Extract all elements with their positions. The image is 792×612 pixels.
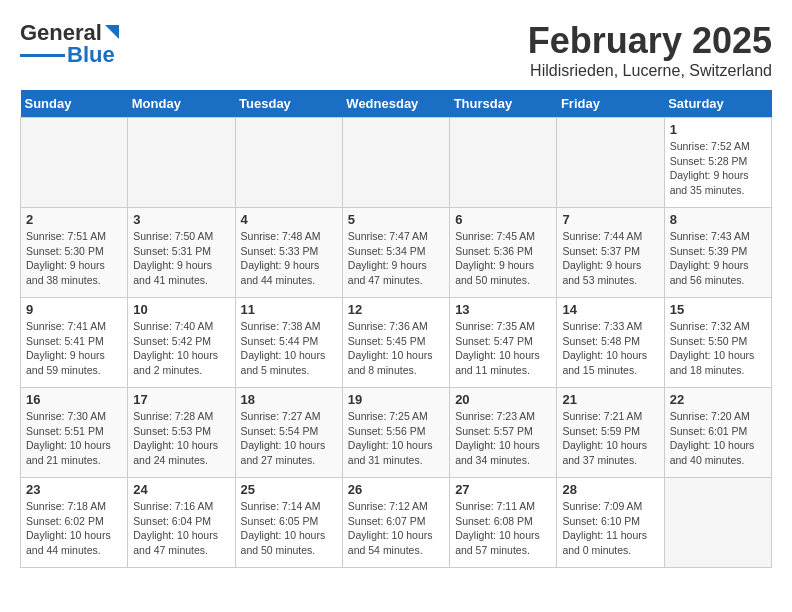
logo-underline xyxy=(20,54,65,57)
day-number: 5 xyxy=(348,212,444,227)
calendar-cell xyxy=(235,118,342,208)
day-number: 19 xyxy=(348,392,444,407)
col-header-sunday: Sunday xyxy=(21,90,128,118)
calendar-cell: 15Sunrise: 7:32 AM Sunset: 5:50 PM Dayli… xyxy=(664,298,771,388)
calendar-week-row: 1Sunrise: 7:52 AM Sunset: 5:28 PM Daylig… xyxy=(21,118,772,208)
calendar-cell: 12Sunrise: 7:36 AM Sunset: 5:45 PM Dayli… xyxy=(342,298,449,388)
day-info: Sunrise: 7:52 AM Sunset: 5:28 PM Dayligh… xyxy=(670,139,766,198)
day-number: 12 xyxy=(348,302,444,317)
day-number: 7 xyxy=(562,212,658,227)
day-info: Sunrise: 7:14 AM Sunset: 6:05 PM Dayligh… xyxy=(241,499,337,558)
calendar-cell: 14Sunrise: 7:33 AM Sunset: 5:48 PM Dayli… xyxy=(557,298,664,388)
calendar-cell: 11Sunrise: 7:38 AM Sunset: 5:44 PM Dayli… xyxy=(235,298,342,388)
day-info: Sunrise: 7:36 AM Sunset: 5:45 PM Dayligh… xyxy=(348,319,444,378)
day-info: Sunrise: 7:16 AM Sunset: 6:04 PM Dayligh… xyxy=(133,499,229,558)
calendar-cell: 16Sunrise: 7:30 AM Sunset: 5:51 PM Dayli… xyxy=(21,388,128,478)
day-info: Sunrise: 7:40 AM Sunset: 5:42 PM Dayligh… xyxy=(133,319,229,378)
calendar-cell xyxy=(557,118,664,208)
day-info: Sunrise: 7:28 AM Sunset: 5:53 PM Dayligh… xyxy=(133,409,229,468)
day-info: Sunrise: 7:45 AM Sunset: 5:36 PM Dayligh… xyxy=(455,229,551,288)
day-info: Sunrise: 7:38 AM Sunset: 5:44 PM Dayligh… xyxy=(241,319,337,378)
day-info: Sunrise: 7:20 AM Sunset: 6:01 PM Dayligh… xyxy=(670,409,766,468)
day-info: Sunrise: 7:32 AM Sunset: 5:50 PM Dayligh… xyxy=(670,319,766,378)
logo: General Blue xyxy=(20,20,119,68)
day-info: Sunrise: 7:09 AM Sunset: 6:10 PM Dayligh… xyxy=(562,499,658,558)
day-number: 18 xyxy=(241,392,337,407)
day-info: Sunrise: 7:35 AM Sunset: 5:47 PM Dayligh… xyxy=(455,319,551,378)
calendar-cell: 25Sunrise: 7:14 AM Sunset: 6:05 PM Dayli… xyxy=(235,478,342,568)
calendar-cell: 23Sunrise: 7:18 AM Sunset: 6:02 PM Dayli… xyxy=(21,478,128,568)
day-info: Sunrise: 7:48 AM Sunset: 5:33 PM Dayligh… xyxy=(241,229,337,288)
calendar-cell: 27Sunrise: 7:11 AM Sunset: 6:08 PM Dayli… xyxy=(450,478,557,568)
month-title: February 2025 xyxy=(528,20,772,62)
day-number: 6 xyxy=(455,212,551,227)
day-info: Sunrise: 7:11 AM Sunset: 6:08 PM Dayligh… xyxy=(455,499,551,558)
calendar-cell: 2Sunrise: 7:51 AM Sunset: 5:30 PM Daylig… xyxy=(21,208,128,298)
day-info: Sunrise: 7:30 AM Sunset: 5:51 PM Dayligh… xyxy=(26,409,122,468)
logo-icon xyxy=(105,25,119,39)
day-number: 4 xyxy=(241,212,337,227)
day-number: 22 xyxy=(670,392,766,407)
day-info: Sunrise: 7:43 AM Sunset: 5:39 PM Dayligh… xyxy=(670,229,766,288)
day-number: 2 xyxy=(26,212,122,227)
title-block: February 2025 Hildisrieden, Lucerne, Swi… xyxy=(528,20,772,80)
col-header-thursday: Thursday xyxy=(450,90,557,118)
day-info: Sunrise: 7:47 AM Sunset: 5:34 PM Dayligh… xyxy=(348,229,444,288)
location: Hildisrieden, Lucerne, Switzerland xyxy=(528,62,772,80)
calendar-cell: 9Sunrise: 7:41 AM Sunset: 5:41 PM Daylig… xyxy=(21,298,128,388)
day-number: 15 xyxy=(670,302,766,317)
day-number: 8 xyxy=(670,212,766,227)
col-header-monday: Monday xyxy=(128,90,235,118)
calendar-header-row: SundayMondayTuesdayWednesdayThursdayFrid… xyxy=(21,90,772,118)
calendar-cell: 3Sunrise: 7:50 AM Sunset: 5:31 PM Daylig… xyxy=(128,208,235,298)
calendar-week-row: 16Sunrise: 7:30 AM Sunset: 5:51 PM Dayli… xyxy=(21,388,772,478)
calendar-cell: 10Sunrise: 7:40 AM Sunset: 5:42 PM Dayli… xyxy=(128,298,235,388)
calendar-cell: 24Sunrise: 7:16 AM Sunset: 6:04 PM Dayli… xyxy=(128,478,235,568)
calendar-week-row: 2Sunrise: 7:51 AM Sunset: 5:30 PM Daylig… xyxy=(21,208,772,298)
day-number: 10 xyxy=(133,302,229,317)
calendar-cell: 20Sunrise: 7:23 AM Sunset: 5:57 PM Dayli… xyxy=(450,388,557,478)
day-number: 13 xyxy=(455,302,551,317)
day-number: 14 xyxy=(562,302,658,317)
logo-blue: Blue xyxy=(67,42,115,68)
day-info: Sunrise: 7:44 AM Sunset: 5:37 PM Dayligh… xyxy=(562,229,658,288)
calendar-cell: 8Sunrise: 7:43 AM Sunset: 5:39 PM Daylig… xyxy=(664,208,771,298)
day-number: 17 xyxy=(133,392,229,407)
day-number: 27 xyxy=(455,482,551,497)
calendar-cell: 4Sunrise: 7:48 AM Sunset: 5:33 PM Daylig… xyxy=(235,208,342,298)
day-info: Sunrise: 7:50 AM Sunset: 5:31 PM Dayligh… xyxy=(133,229,229,288)
calendar-cell: 28Sunrise: 7:09 AM Sunset: 6:10 PM Dayli… xyxy=(557,478,664,568)
day-info: Sunrise: 7:33 AM Sunset: 5:48 PM Dayligh… xyxy=(562,319,658,378)
day-number: 3 xyxy=(133,212,229,227)
calendar-cell: 26Sunrise: 7:12 AM Sunset: 6:07 PM Dayli… xyxy=(342,478,449,568)
day-info: Sunrise: 7:27 AM Sunset: 5:54 PM Dayligh… xyxy=(241,409,337,468)
day-number: 21 xyxy=(562,392,658,407)
calendar-cell: 5Sunrise: 7:47 AM Sunset: 5:34 PM Daylig… xyxy=(342,208,449,298)
page-header: General Blue February 2025 Hildisrieden,… xyxy=(20,20,772,80)
calendar-cell xyxy=(450,118,557,208)
calendar-table: SundayMondayTuesdayWednesdayThursdayFrid… xyxy=(20,90,772,568)
col-header-saturday: Saturday xyxy=(664,90,771,118)
calendar-week-row: 9Sunrise: 7:41 AM Sunset: 5:41 PM Daylig… xyxy=(21,298,772,388)
day-number: 1 xyxy=(670,122,766,137)
calendar-cell: 19Sunrise: 7:25 AM Sunset: 5:56 PM Dayli… xyxy=(342,388,449,478)
day-info: Sunrise: 7:21 AM Sunset: 5:59 PM Dayligh… xyxy=(562,409,658,468)
col-header-tuesday: Tuesday xyxy=(235,90,342,118)
calendar-cell: 1Sunrise: 7:52 AM Sunset: 5:28 PM Daylig… xyxy=(664,118,771,208)
day-number: 20 xyxy=(455,392,551,407)
calendar-week-row: 23Sunrise: 7:18 AM Sunset: 6:02 PM Dayli… xyxy=(21,478,772,568)
day-info: Sunrise: 7:41 AM Sunset: 5:41 PM Dayligh… xyxy=(26,319,122,378)
day-number: 24 xyxy=(133,482,229,497)
calendar-cell: 18Sunrise: 7:27 AM Sunset: 5:54 PM Dayli… xyxy=(235,388,342,478)
col-header-wednesday: Wednesday xyxy=(342,90,449,118)
calendar-cell xyxy=(21,118,128,208)
day-number: 26 xyxy=(348,482,444,497)
calendar-cell xyxy=(342,118,449,208)
day-info: Sunrise: 7:23 AM Sunset: 5:57 PM Dayligh… xyxy=(455,409,551,468)
calendar-cell: 22Sunrise: 7:20 AM Sunset: 6:01 PM Dayli… xyxy=(664,388,771,478)
calendar-cell: 13Sunrise: 7:35 AM Sunset: 5:47 PM Dayli… xyxy=(450,298,557,388)
day-number: 28 xyxy=(562,482,658,497)
calendar-cell: 6Sunrise: 7:45 AM Sunset: 5:36 PM Daylig… xyxy=(450,208,557,298)
day-info: Sunrise: 7:25 AM Sunset: 5:56 PM Dayligh… xyxy=(348,409,444,468)
calendar-cell: 17Sunrise: 7:28 AM Sunset: 5:53 PM Dayli… xyxy=(128,388,235,478)
